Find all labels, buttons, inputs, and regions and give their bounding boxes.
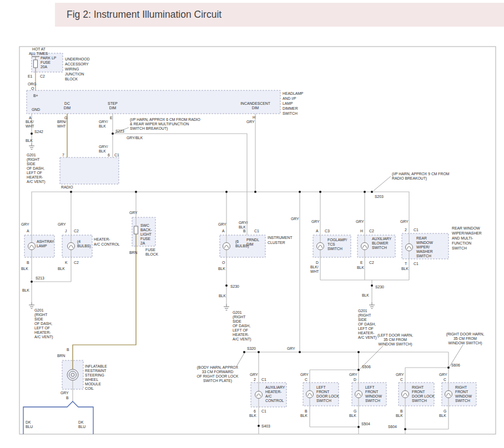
label-coil-name-5: MODULE <box>85 382 102 386</box>
label-note9-2: RADIO BREAKOUT) <box>392 176 427 181</box>
label-rear-multi-4: FUNCTION <box>452 241 471 245</box>
label-pin-h-blower: H <box>360 229 363 233</box>
label-pin-a-fog: A <box>316 229 319 233</box>
label-incandescent-dim-2: DIM <box>252 106 259 110</box>
label-auxheat-name-1: AUXILIARY <box>265 385 285 389</box>
label-g201c-1: G201 <box>233 310 242 314</box>
label-fuse-block-2: BLOCK <box>145 252 159 256</box>
label-rear-multi-2: WIPER/WASHER <box>452 231 482 235</box>
lamp-icon <box>355 391 362 398</box>
label-g201d-6: HEATER- <box>358 331 374 335</box>
label-radio-pin-6: 6 <box>108 153 110 157</box>
label-lwin-name-1: LEFT <box>365 385 375 389</box>
label-prndl-1: PRNDL <box>246 238 259 242</box>
label-g201a-4: OF DASH, <box>27 166 44 170</box>
label-note9-1: (I/P HARN, APPROX 9 CM FROM <box>392 172 450 176</box>
label-dimmer-name-5: SWITCH <box>283 111 298 115</box>
lamp-icon <box>361 243 369 250</box>
label-gnd: GND <box>32 108 40 111</box>
lamp-icon <box>406 244 413 251</box>
label-prndl-2: DIM <box>246 242 254 246</box>
label-gryblk-radio-2: BLK <box>99 149 106 153</box>
label-gryblk-cluster-1: GRY/ <box>239 221 248 225</box>
label-auxheat-name-3: A/C <box>265 394 271 398</box>
label-blk-s230-right: BLK <box>362 293 369 297</box>
label-pin-e-blower: E <box>360 261 363 264</box>
label-llock-name-4: SWITCH <box>316 399 331 403</box>
label-gry-cluster: GRY <box>218 222 226 226</box>
label-pin-6-auxheat: 6 <box>254 409 256 413</box>
label-coil-name-4: WHEEL <box>85 378 98 381</box>
label-c1-wiper-top: C1 <box>414 228 419 232</box>
label-blk-rwin: BLK <box>439 414 446 418</box>
label-g201a-3: SIDE <box>27 162 36 166</box>
label-rwin-name-3: WINDOW <box>455 394 472 398</box>
label-s403: S403 <box>261 424 270 428</box>
label-brn-swc: BRN <box>129 251 137 254</box>
label-pin-b-ashtray: B <box>27 261 29 264</box>
label-g201d-2: (RIGHT <box>358 313 371 318</box>
label-g201d-1: G201 <box>358 309 367 313</box>
label-cluster-bulbs-1: (6 <box>235 240 239 244</box>
label-wiper-name-1: REAR <box>416 236 427 240</box>
label-fog-name-1: FOGLAMP/ <box>327 238 347 242</box>
label-pin-j: J <box>65 229 67 233</box>
label-g201c-5: LEFT OF <box>233 328 248 332</box>
label-pin-c2-fuse: C2 <box>40 74 45 78</box>
label-gryblk-1: GRY/ <box>99 120 108 124</box>
label-note6-1: (I/P HARN, APPROX 6 CM FROM RADIO <box>130 118 200 122</box>
label-g201a-5: LEFT OF <box>27 171 42 175</box>
label-coil-name-6: COIL <box>85 386 94 390</box>
label-llock-name-3: DOOR LOCK <box>316 394 339 398</box>
label-wire-o: O <box>31 86 34 90</box>
label-wiper-name-3: WIPER/ <box>416 245 430 249</box>
label-g201a-1: G201 <box>27 153 36 157</box>
lamp-icon <box>223 243 230 250</box>
label-g201b-3: SIDE <box>34 317 43 321</box>
lamp-icon <box>306 391 314 398</box>
label-s242: S242 <box>34 130 43 134</box>
label-blkwht-fog-2: WHT <box>310 269 319 273</box>
lamp-icon <box>68 243 75 250</box>
label-swc-2: BACK- <box>140 228 152 232</box>
label-blk-rlock: BLK <box>396 414 403 418</box>
label-hot-at: HOT AT <box>32 47 46 51</box>
label-pin-c-rlock: C <box>400 378 403 381</box>
label-c2-heater-top: C2 <box>74 229 79 233</box>
label-pin-b-swc: B <box>66 396 69 400</box>
label-s504: S504 <box>361 422 370 426</box>
label-gry-heater: GRY <box>58 222 66 226</box>
fuse-icon <box>134 226 138 234</box>
label-park-lp-fuse-1: PARK LP <box>41 56 57 60</box>
label-body-note-1: (BODY HARN, APPROX <box>197 365 239 370</box>
label-brnwht-2: WHT <box>57 124 65 128</box>
label-body-note-4: SWITCH PLATE) <box>203 379 232 383</box>
label-pin-g-lwin: G <box>354 409 356 413</box>
label-g201b-7: A/C VENT) <box>34 335 53 339</box>
label-dimmer-name-4: DIMMER <box>283 106 298 110</box>
label-rwin-name-4: SWITCH <box>455 399 470 403</box>
label-gry-swc: GRY <box>129 211 138 215</box>
label-blk-llock: BLK <box>300 414 308 418</box>
label-ashtray-1: ASHTRAY <box>37 240 54 243</box>
label-note6-2: & REAR WIPER MULTIFUNCTION <box>130 122 189 126</box>
label-park-lp-fuse-3: 20A <box>41 65 48 69</box>
label-pin-g-rwin: G <box>443 409 446 413</box>
label-rdoor-note-1: (RIGHT DOOR HARN, <box>446 332 485 337</box>
label-blk-blower: BLK <box>357 266 364 269</box>
label-coil-name-2: RESTRAINT <box>85 369 107 373</box>
label-gry-h: GRY <box>246 120 255 124</box>
label-ujb-4: JUNCTION <box>65 72 84 76</box>
label-blk-s230-mid: BLK <box>219 294 226 298</box>
wiring-diagram-page: Fig 2: Instrument Illumination Circuit <box>0 0 504 448</box>
label-gry-mid-drop: GRY <box>291 217 299 221</box>
label-gry-fog: GRY <box>311 220 320 223</box>
label-rlock-name-1: RIGHT <box>412 385 424 389</box>
lamp-icon <box>317 243 324 250</box>
label-dkblu-left-2: BLU <box>26 425 33 429</box>
label-g201c-4: OF DASH, <box>233 324 250 328</box>
label-pin-d-fog: D <box>316 261 319 264</box>
label-s320: S320 <box>247 347 256 350</box>
label-g201b-1: G201 <box>34 308 44 312</box>
label-blk-lwin: BLK <box>349 414 356 418</box>
